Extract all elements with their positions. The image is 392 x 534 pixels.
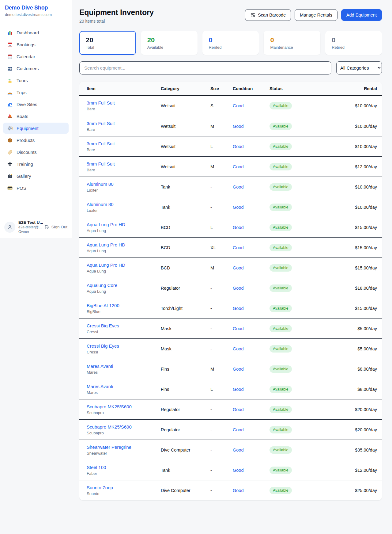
status-badge: Available — [270, 204, 292, 211]
condition-link[interactable]: Good — [233, 225, 270, 230]
sidebar-item-bookings[interactable]: 17 Bookings — [3, 39, 69, 50]
status-badge: Available — [270, 386, 292, 393]
item-category: Tank — [161, 205, 210, 210]
sign-out-button[interactable]: Sign Out — [44, 225, 67, 230]
stat-value: 0 — [209, 36, 253, 44]
item-brand: Aqua Lung — [87, 289, 161, 294]
condition-link[interactable]: Good — [233, 488, 270, 493]
island-icon — [7, 77, 13, 83]
sidebar-item-customers[interactable]: Customers — [3, 63, 69, 74]
item-link[interactable]: Mares Avanti — [87, 384, 113, 389]
sidebar-item-label: Customers — [17, 66, 39, 71]
item-link[interactable]: Steel 100 — [87, 465, 106, 470]
item-link[interactable]: Aluminum 80 — [87, 181, 114, 187]
add-equipment-label: Add Equipment — [346, 13, 377, 17]
item-link[interactable]: Cressi Big Eyes — [87, 343, 119, 349]
sidebar-item-equipment[interactable]: Equipment — [3, 123, 69, 134]
condition-link[interactable]: Good — [233, 326, 270, 331]
item-link[interactable]: BigBlue AL1200 — [87, 303, 119, 308]
sidebar-item-gallery[interactable]: Gallery — [3, 170, 69, 181]
stat-card-total[interactable]: 20 Total — [79, 31, 136, 55]
status-badge: Available — [270, 406, 292, 413]
item-size: S — [210, 103, 233, 108]
condition-link[interactable]: Good — [233, 346, 270, 351]
item-link[interactable]: Aqua Lung Pro HD — [87, 242, 125, 247]
item-cell: 3mm Full Suit Bare — [87, 121, 161, 132]
item-brand: Bare — [87, 107, 161, 111]
condition-link[interactable]: Good — [233, 124, 270, 129]
add-equipment-button[interactable]: Add Equipment — [341, 9, 382, 21]
item-cell: Aqualung Core Aqua Lung — [87, 283, 161, 294]
status-cell: Available — [270, 244, 328, 251]
sidebar-item-calendar[interactable]: Calendar — [3, 51, 69, 62]
calendar-date-icon: 17 — [7, 41, 13, 48]
item-category: Regulator — [161, 407, 210, 412]
item-rental: $5.00/day — [328, 346, 377, 351]
condition-link[interactable]: Good — [233, 306, 270, 311]
condition-link[interactable]: Good — [233, 427, 270, 432]
status-cell: Available — [270, 345, 328, 353]
item-link[interactable]: Suunto Zoop — [87, 485, 113, 490]
item-link[interactable]: Aqua Lung Pro HD — [87, 262, 125, 268]
condition-link[interactable]: Good — [233, 286, 270, 291]
page-title: Equipment Inventory — [79, 8, 154, 17]
sidebar-item-discounts[interactable]: Discounts — [3, 147, 69, 158]
condition-link[interactable]: Good — [233, 468, 270, 473]
column-header-item: Item — [87, 86, 161, 91]
item-link[interactable]: Shearwater Peregrine — [87, 444, 131, 450]
scan-barcode-label: Scan Barcode — [258, 13, 286, 17]
sidebar-item-boats[interactable]: Boats — [3, 111, 69, 122]
search-input[interactable] — [79, 61, 331, 74]
item-link[interactable]: Aqualung Core — [87, 283, 117, 288]
condition-link[interactable]: Good — [233, 448, 270, 452]
condition-link[interactable]: Good — [233, 103, 270, 108]
sidebar-item-pos[interactable]: POS — [3, 182, 69, 193]
item-link[interactable]: Scubapro MK25/S600 — [87, 424, 132, 429]
item-category: Mask — [161, 326, 210, 331]
item-category: Torch/Light — [161, 306, 210, 311]
condition-link[interactable]: Good — [233, 387, 270, 392]
item-rental: $10.00/day — [328, 124, 377, 129]
sidebar-item-dive-sites[interactable]: Dive Sites — [3, 99, 69, 110]
item-link[interactable]: Mares Avanti — [87, 364, 113, 369]
item-link[interactable]: 5mm Full Suit — [87, 161, 115, 166]
condition-link[interactable]: Good — [233, 265, 270, 270]
status-badge: Available — [270, 365, 292, 373]
tag-icon — [7, 149, 13, 155]
condition-link[interactable]: Good — [233, 205, 270, 210]
manage-rentals-label: Manage Rentals — [300, 13, 332, 17]
condition-link[interactable]: Good — [233, 367, 270, 372]
stat-card-maintenance[interactable]: 0 Maintenance — [264, 31, 320, 55]
item-category: Mask — [161, 346, 210, 351]
item-link[interactable]: 3mm Full Suit — [87, 121, 115, 126]
sidebar-item-trips[interactable]: Trips — [3, 87, 69, 98]
status-cell: Available — [270, 406, 328, 413]
category-select[interactable]: All Categories — [336, 61, 382, 74]
people-icon — [7, 65, 13, 71]
sidebar-item-tours[interactable]: Tours — [3, 75, 69, 86]
item-rental: $15.00/day — [328, 225, 377, 230]
item-cell: Cressi Big Eyes Cressi — [87, 323, 161, 334]
manage-rentals-button[interactable]: Manage Rentals — [295, 9, 337, 21]
status-badge: Available — [270, 467, 292, 474]
item-link[interactable]: Aqua Lung Pro HD — [87, 222, 125, 227]
scan-barcode-button[interactable]: Scan Barcode — [245, 9, 291, 21]
sidebar-item-training[interactable]: Training — [3, 158, 69, 170]
condition-link[interactable]: Good — [233, 407, 270, 412]
sidebar-item-products[interactable]: Products — [3, 135, 69, 146]
stat-card-available[interactable]: 20 Available — [141, 31, 198, 55]
condition-link[interactable]: Good — [233, 245, 270, 250]
sidebar-item-dashboard[interactable]: Dashboard — [3, 27, 69, 38]
item-link[interactable]: Aluminum 80 — [87, 202, 114, 207]
item-link[interactable]: Cressi Big Eyes — [87, 323, 119, 328]
sidebar-item-label: Products — [17, 138, 35, 143]
table-row: Aqua Lung Pro HD Aqua Lung BCD L Good Av… — [79, 217, 382, 237]
item-link[interactable]: 3mm Full Suit — [87, 100, 115, 105]
condition-link[interactable]: Good — [233, 144, 270, 149]
condition-link[interactable]: Good — [233, 164, 270, 169]
item-link[interactable]: 3mm Full Suit — [87, 141, 115, 146]
item-link[interactable]: Scubapro MK25/S600 — [87, 404, 132, 409]
stat-card-rented[interactable]: 0 Rented — [202, 31, 259, 55]
condition-link[interactable]: Good — [233, 185, 270, 189]
stat-card-retired[interactable]: 0 Retired — [325, 31, 382, 55]
